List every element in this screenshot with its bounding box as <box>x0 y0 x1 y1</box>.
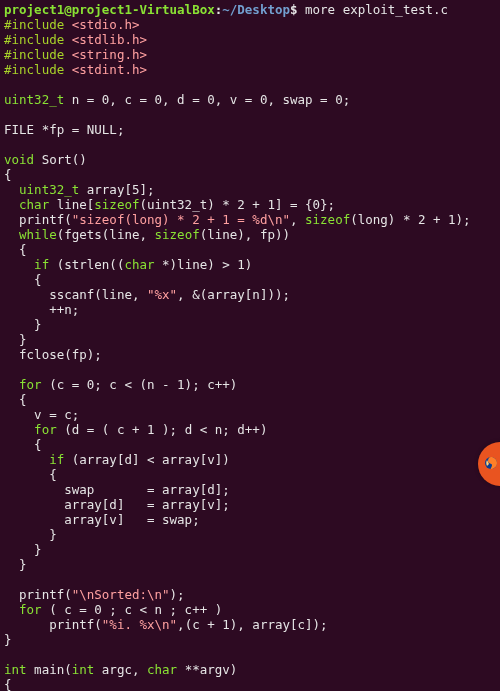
type-kw: uint32_t <box>4 92 64 107</box>
for-kw: for <box>4 602 49 617</box>
if-kw: if <box>4 452 72 467</box>
for-kw: for <box>4 377 49 392</box>
if-kw: if <box>4 257 57 272</box>
include-arg: <stdint.h> <box>72 62 147 77</box>
code: array[d] = array[v]; <box>4 497 230 512</box>
string-literal: "sizeof(long) * 2 + 1 = %d\n" <box>72 212 290 227</box>
firefox-icon <box>483 455 499 474</box>
code: sscanf(line, <box>4 287 147 302</box>
code: ); <box>170 587 185 602</box>
code: , <box>290 212 305 227</box>
code: (uint32_t) * 2 + 1] = {0}; <box>139 197 335 212</box>
brace: { <box>4 677 12 691</box>
prompt-path: ~/Desktop <box>222 2 290 17</box>
terminal-output[interactable]: project1@project1-VirtualBox:~/Desktop$ … <box>0 0 500 691</box>
type-kw: char <box>4 197 49 212</box>
code: swap = array[d]; <box>4 482 230 497</box>
code: printf( <box>4 587 72 602</box>
sizeof-kw: sizeof <box>305 212 350 227</box>
brace: } <box>4 632 12 647</box>
while-kw: while <box>4 227 57 242</box>
code: (long) * 2 + 1); <box>350 212 470 227</box>
code: argc, <box>94 662 147 677</box>
code: (array[d] < array[v]) <box>72 452 230 467</box>
type-kw: int <box>72 662 95 677</box>
include-kw: #include <box>4 32 72 47</box>
code: fclose(fp); <box>4 347 102 362</box>
include-arg: <stdio.h> <box>72 17 140 32</box>
brace: } <box>4 317 42 332</box>
include-arg: <stdlib.h> <box>72 32 147 47</box>
sizeof-kw: sizeof <box>94 197 139 212</box>
code: (d = ( c + 1 ); d < n; d++) <box>64 422 267 437</box>
code: **argv) <box>177 662 237 677</box>
code: ( c = 0 ; c < n ; c++ ) <box>49 602 222 617</box>
brace: { <box>4 167 12 182</box>
code: printf( <box>4 617 102 632</box>
type-kw: int <box>4 662 27 677</box>
code: (c = 0; c < (n - 1); c++) <box>49 377 237 392</box>
for-kw: for <box>4 422 64 437</box>
type-kw: char <box>124 257 154 272</box>
code: ,(c + 1), array[c]); <box>177 617 328 632</box>
code: *)line) > 1) <box>155 257 253 272</box>
prompt-line: project1@project1-VirtualBox:~/Desktop$ … <box>4 2 448 17</box>
string-literal: "%i. %x\n" <box>102 617 177 632</box>
brace: { <box>4 437 42 452</box>
code: (strlen(( <box>57 257 125 272</box>
brace: } <box>4 542 42 557</box>
include-kw: #include <box>4 62 72 77</box>
brace: } <box>4 527 57 542</box>
code: FILE *fp = NULL; <box>4 122 124 137</box>
brace: } <box>4 332 27 347</box>
include-kw: #include <box>4 47 72 62</box>
brace: } <box>4 557 27 572</box>
code: , &(array[n])); <box>177 287 290 302</box>
brace: { <box>4 272 42 287</box>
include-kw: #include <box>4 17 72 32</box>
code: (fgets(line, <box>57 227 155 242</box>
prompt-dollar: $ <box>290 2 305 17</box>
prompt-user-host: project1@project1-VirtualBox <box>4 2 215 17</box>
code: Sort() <box>34 152 87 167</box>
brace: { <box>4 242 27 257</box>
type-kw: void <box>4 152 34 167</box>
code: ++n; <box>4 302 79 317</box>
code: array[5]; <box>79 182 154 197</box>
code: line[ <box>49 197 94 212</box>
string-literal: "\nSorted:\n" <box>72 587 170 602</box>
code: main( <box>27 662 72 677</box>
code: n = 0, c = 0, d = 0, v = 0, swap = 0; <box>64 92 350 107</box>
type-kw: char <box>147 662 177 677</box>
code: (line), fp)) <box>200 227 290 242</box>
code: array[v] = swap; <box>4 512 200 527</box>
typed-command: more exploit_test.c <box>305 2 448 17</box>
string-literal: "%x" <box>147 287 177 302</box>
include-arg: <string.h> <box>72 47 147 62</box>
sizeof-kw: sizeof <box>155 227 200 242</box>
type-kw: uint32_t <box>4 182 79 197</box>
code: printf( <box>4 212 72 227</box>
brace: { <box>4 467 57 482</box>
code: v = c; <box>4 407 79 422</box>
brace: { <box>4 392 27 407</box>
